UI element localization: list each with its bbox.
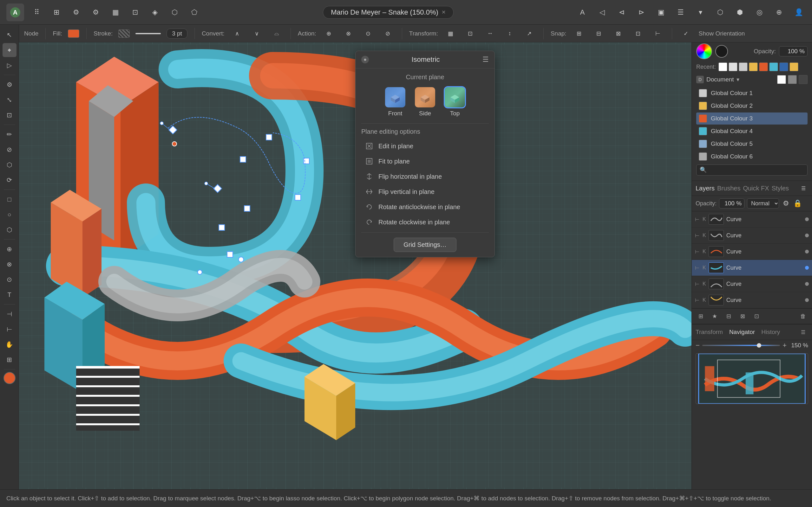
pan-tool[interactable]: ✋ bbox=[3, 337, 16, 351]
add-layer-pixel-btn[interactable]: ⊞ bbox=[696, 311, 706, 321]
swatch-grid-view-3[interactable] bbox=[799, 75, 808, 84]
pen-tool[interactable]: ▷ bbox=[3, 58, 16, 72]
knife-tool[interactable]: ⊕ bbox=[3, 242, 16, 256]
recent-swatch-2[interactable] bbox=[728, 62, 738, 71]
fit-to-plane-option[interactable]: Fit to plane bbox=[358, 154, 492, 169]
rotate-anticlockwise-option[interactable]: Rotate anticlockwise in plane bbox=[358, 199, 492, 215]
grid-settings-button[interactable]: Grid Settings… bbox=[394, 238, 456, 252]
transform-btn-5[interactable]: ↗ bbox=[522, 26, 537, 41]
side-plane-button[interactable]: Side bbox=[415, 87, 435, 117]
iso-close-button[interactable]: ● bbox=[361, 56, 369, 63]
colour-search-input[interactable] bbox=[696, 164, 808, 176]
gradient-tool[interactable]: ⊗ bbox=[3, 257, 16, 271]
tools-button-2[interactable]: ◁ bbox=[595, 5, 609, 19]
add-group-btn[interactable]: ⊠ bbox=[738, 311, 748, 321]
transform-btn-3[interactable]: ↔ bbox=[483, 26, 497, 41]
zoom-minus-btn[interactable]: − bbox=[696, 341, 700, 349]
transform-btn-1[interactable]: ▦ bbox=[444, 26, 458, 41]
nav-zoom-slider[interactable] bbox=[702, 345, 780, 346]
recent-swatch-7[interactable] bbox=[779, 62, 788, 71]
text-tool[interactable]: T bbox=[3, 288, 16, 302]
layers-opacity-input[interactable] bbox=[719, 199, 745, 209]
snap-btn-1[interactable]: ⊞ bbox=[572, 26, 586, 41]
quick-fx-tab[interactable]: Quick FX bbox=[743, 185, 769, 192]
node-tool[interactable]: ⌖ bbox=[3, 43, 16, 57]
layer-item-2[interactable]: ⊢ K Curve bbox=[692, 228, 812, 244]
layer-item-6[interactable]: ⊢ K Curve bbox=[692, 292, 812, 308]
swatch-item-3[interactable]: Global Colour 3 bbox=[696, 112, 808, 124]
recent-swatch-4[interactable] bbox=[749, 62, 758, 71]
action-btn-3[interactable]: ⊙ bbox=[361, 26, 375, 41]
pixel-view-button[interactable]: ⊞ bbox=[49, 5, 63, 19]
styles-tab[interactable]: Styles bbox=[772, 185, 789, 192]
layers-lock-btn[interactable]: 🔒 bbox=[793, 199, 802, 208]
edit-in-plane-option[interactable]: Edit in plane bbox=[358, 138, 492, 154]
add-artboard-btn[interactable]: ⊡ bbox=[751, 311, 762, 321]
swatch-item-1[interactable]: Global Colour 1 bbox=[696, 87, 808, 99]
swatch-grid-view-2[interactable] bbox=[788, 75, 797, 84]
tools-button-11[interactable]: ⊕ bbox=[772, 5, 786, 19]
layers-settings-btn[interactable]: ⚙ bbox=[781, 199, 791, 208]
zoom-btn[interactable]: ⊞ bbox=[3, 353, 16, 367]
recent-swatch-1[interactable] bbox=[718, 62, 727, 71]
zoom-plus-btn[interactable]: + bbox=[782, 341, 786, 349]
snap-btn-3[interactable]: ⊠ bbox=[612, 26, 625, 41]
settings-button-1[interactable]: ⚙ bbox=[69, 5, 83, 19]
layer-item-4[interactable]: ⊢ K Curve bbox=[692, 260, 812, 276]
recent-swatch-3[interactable] bbox=[739, 62, 748, 71]
fill-tool[interactable]: ⬡ bbox=[3, 158, 16, 172]
tools-button-9[interactable]: ⬢ bbox=[733, 5, 747, 19]
tools-button-6[interactable]: ☰ bbox=[674, 5, 688, 19]
symbol-tool[interactable]: ⊢ bbox=[3, 322, 16, 336]
delete-layer-btn[interactable]: 🗑 bbox=[798, 311, 808, 321]
flip-horizontal-option[interactable]: Flip horizontal in plane bbox=[358, 169, 492, 184]
tools-button-5[interactable]: ▣ bbox=[654, 5, 668, 19]
snap-btn-4[interactable]: ⊡ bbox=[631, 26, 645, 41]
layers-menu-btn[interactable]: ☰ bbox=[799, 183, 808, 193]
tools-button-3[interactable]: ⊲ bbox=[615, 5, 629, 19]
zoom-tool[interactable]: ⚙ bbox=[3, 78, 16, 92]
swatch-grid-view-1[interactable] bbox=[777, 75, 786, 84]
grid-view-button[interactable]: ⠿ bbox=[30, 5, 44, 19]
layer-item-3[interactable]: ⊢ K Curve bbox=[692, 244, 812, 260]
snap-btn-2[interactable]: ⊟ bbox=[592, 26, 606, 41]
snap-btn-5[interactable]: ⊢ bbox=[651, 26, 665, 41]
tools-button-10[interactable]: ◎ bbox=[752, 5, 766, 19]
colour-black-swatch[interactable] bbox=[715, 45, 728, 58]
tools-button-1[interactable]: A bbox=[575, 5, 589, 19]
foreground-color[interactable] bbox=[3, 372, 15, 384]
crop-tool[interactable]: ⊡ bbox=[3, 108, 16, 122]
convert-btn-3[interactable]: ⌓ bbox=[270, 26, 284, 41]
action-btn-4[interactable]: ⊘ bbox=[381, 26, 395, 41]
convert-btn-1[interactable]: ∧ bbox=[230, 26, 244, 41]
front-plane-button[interactable]: Front bbox=[385, 87, 405, 117]
add-layer-fx-btn[interactable]: ★ bbox=[710, 311, 720, 321]
colour-wheel-swatch[interactable] bbox=[696, 43, 712, 59]
view-button-1[interactable]: ⬡ bbox=[167, 5, 182, 19]
eyedropper-tool[interactable]: ⟳ bbox=[3, 173, 16, 187]
pencil-tool[interactable]: ✏ bbox=[3, 127, 16, 141]
measure-tool[interactable]: ⊣ bbox=[3, 307, 16, 321]
action-btn-2[interactable]: ⊗ bbox=[342, 26, 356, 41]
stroke-swatch[interactable] bbox=[118, 30, 130, 38]
select-tool[interactable]: ↖ bbox=[3, 28, 16, 42]
fill-swatch[interactable] bbox=[68, 30, 79, 38]
transform-tab[interactable]: Transform bbox=[696, 329, 723, 336]
action-btn-1[interactable]: ⊕ bbox=[322, 26, 336, 41]
view-button-2[interactable]: ⬠ bbox=[187, 5, 201, 19]
brushes-tab[interactable]: Brushes bbox=[717, 185, 740, 192]
doc-dropdown-arrow[interactable]: ▾ bbox=[737, 76, 740, 83]
warp-tool[interactable]: ⊙ bbox=[3, 273, 16, 286]
close-tab-icon[interactable]: ✕ bbox=[442, 9, 446, 15]
recent-swatch-6[interactable] bbox=[769, 62, 778, 71]
swatch-item-6[interactable]: Global Colour 6 bbox=[696, 151, 808, 163]
settings-button-2[interactable]: ⚙ bbox=[89, 5, 103, 19]
layers-tab-active[interactable]: Layers bbox=[696, 185, 715, 192]
nav-menu-btn[interactable]: ☰ bbox=[798, 327, 808, 337]
transform-tool[interactable]: ⤡ bbox=[3, 93, 16, 107]
brush-tool[interactable]: ⊘ bbox=[3, 143, 16, 157]
swatch-item-2[interactable]: Global Colour 2 bbox=[696, 100, 808, 112]
opacity-input[interactable] bbox=[779, 46, 808, 56]
history-tab[interactable]: History bbox=[761, 329, 780, 336]
tools-button-8[interactable]: ⬡ bbox=[713, 5, 727, 19]
